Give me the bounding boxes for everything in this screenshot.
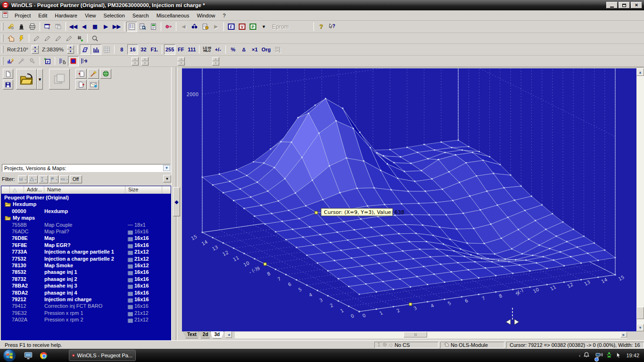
list-item-folder[interactable]: Hexdump (1, 201, 171, 208)
filter-bars-button[interactable]: ▾ (18, 175, 27, 183)
width-float-button[interactable]: F1. (149, 44, 160, 55)
width-8-button[interactable]: 8 (116, 44, 127, 55)
width-32-button[interactable]: 32 (138, 44, 149, 55)
context-help-button[interactable]: ? (327, 22, 338, 32)
menu-selection[interactable]: Selection (100, 11, 129, 20)
tab-text[interactable]: Text (183, 331, 201, 338)
map-wand-button[interactable] (88, 69, 99, 79)
filter-dropdown-button[interactable]: ▼ (163, 175, 171, 182)
save-button[interactable] (3, 80, 13, 90)
scroll-up-button[interactable]: ▲ (636, 68, 644, 76)
show-values-button[interactable]: V (237, 22, 248, 32)
filter-flag-button[interactable]: ▾ (49, 175, 58, 183)
close-button[interactable]: ✕ (631, 2, 642, 8)
filter-ibeam-button[interactable]: ▾ (39, 175, 48, 183)
menu-project[interactable]: Project (11, 11, 34, 20)
spark-edit-button[interactable] (16, 33, 27, 43)
list-item-map[interactable]: 7A02APression x rpm 221x12 (1, 317, 171, 323)
list-item-map[interactable]: 7558BMap Couple—18x1 (1, 222, 171, 229)
checksum-alarm-button[interactable] (200, 22, 211, 32)
column-addr[interactable]: Addr... (24, 186, 44, 194)
column-blank[interactable] (1, 186, 10, 194)
menu-search[interactable]: Search (129, 11, 153, 20)
list-item-map[interactable]: 77532Injection a charge partielle 221x12 (1, 256, 171, 263)
minimize-button[interactable] (606, 2, 618, 8)
scroll-down-button[interactable]: ▼ (636, 324, 644, 331)
chrome-icon[interactable] (38, 350, 49, 361)
tray-expand-icon[interactable]: ‹ (579, 353, 581, 358)
horizontal-scrollbar[interactable]: ► (235, 332, 627, 338)
pen-nw-button[interactable] (42, 33, 53, 43)
axis-spinner-3[interactable]: ▲▼ (178, 57, 185, 66)
menu-[interactable]: ? (219, 11, 230, 20)
project-keys-button[interactable] (5, 22, 16, 32)
column-name[interactable]: Name (44, 186, 125, 194)
display-hex-button[interactable]: FF (175, 44, 186, 55)
list-item-map[interactable]: 78DA2phasage inj 416x16 (1, 290, 171, 296)
nav-prev-button[interactable]: ◀ (79, 22, 90, 32)
scroll-right-button[interactable]: ► (620, 332, 627, 337)
list-item-map[interactable]: 79412Correction inj FCT BARO16x16 (1, 303, 171, 310)
pen-x-button[interactable] (53, 33, 64, 43)
remote-desktop-icon[interactable] (23, 350, 34, 361)
connect-button[interactable] (163, 22, 174, 32)
list-item-map[interactable]: 76ADCMap Prail?16x16 (1, 229, 171, 235)
eprom-combo[interactable]: Eprom (272, 24, 309, 30)
list-item-map[interactable]: 78BA2phasahe inj 316x16 (1, 283, 171, 289)
toolbar-grip[interactable] (2, 46, 3, 54)
list-item-map[interactable]: 78130Map Smoke16x12 (1, 263, 171, 269)
version-next-button[interactable]: ▶ (211, 22, 222, 32)
tab-3d[interactable]: 3d (210, 331, 224, 338)
list-item-map[interactable]: 7733AInjection a charge partielle 121x12 (1, 249, 171, 255)
vertical-scrollbar[interactable]: ▲ ▼ (636, 68, 644, 331)
overview-grid-button[interactable]: ▦ (90, 22, 100, 32)
show-factors-button[interactable]: F (226, 22, 237, 32)
menu-miscellaneous[interactable]: Miscellaneous (153, 11, 193, 20)
toolbar-grip[interactable] (2, 34, 3, 41)
map-3d-canvas[interactable]: 0123456789101112131415012345678910111213… (182, 68, 636, 331)
list-item-map[interactable]: 78732phasage inj 216x16 (1, 276, 171, 283)
mail-button[interactable] (88, 80, 99, 90)
web-globe-button[interactable] (100, 69, 111, 79)
start-button[interactable] (0, 349, 19, 362)
display-bin-button[interactable]: 111 (186, 44, 197, 55)
hash-range-button[interactable] (74, 33, 85, 43)
menu-view[interactable]: View (81, 11, 100, 20)
toolbar-grip[interactable] (2, 57, 3, 65)
notification-bell-icon[interactable] (583, 352, 590, 359)
column-size[interactable]: Size (125, 186, 162, 194)
pen-equal-button[interactable] (31, 33, 42, 43)
list-item-folder[interactable]: My maps (1, 215, 171, 222)
maximize-button[interactable] (619, 2, 630, 8)
view-3d-button[interactable] (80, 44, 91, 55)
agent-green-icon[interactable] (606, 352, 612, 359)
projects-combo[interactable]: Projects, Versions & Maps: ▼ (2, 164, 171, 172)
horizontal-scroll-thumb[interactable] (404, 332, 427, 337)
menu-edit[interactable]: Edit (34, 11, 51, 20)
list-item-project[interactable]: Peugeot Partner (Original) (1, 195, 171, 201)
pen-se-button[interactable] (64, 33, 74, 43)
map-wizard-button[interactable] (5, 56, 16, 66)
show-params-button[interactable]: P (248, 22, 258, 32)
vertical-scroll-thumb[interactable] (636, 307, 644, 319)
list-expand-button[interactable] (57, 56, 68, 66)
original-button[interactable]: Org (260, 44, 272, 55)
list-item-map[interactable]: 76D8EMap16x16 (1, 235, 171, 242)
list-item-map[interactable]: 76F8EMap EGR?16x16 (1, 242, 171, 249)
tab-scroll-left-button[interactable]: ◄ (225, 331, 232, 338)
menu-hardware[interactable]: Hardware (51, 11, 81, 20)
folder-f-button[interactable]: F (42, 56, 53, 66)
list-next-button[interactable] (79, 56, 90, 66)
search-binoculars-button[interactable] (189, 22, 200, 32)
find-button[interactable] (90, 33, 100, 43)
import-window-button[interactable] (53, 22, 64, 32)
axis-spinner-4[interactable]: ▲▼ (212, 57, 219, 66)
panel-splitter[interactable]: ◆ (171, 67, 182, 340)
zoom-spinner[interactable]: ▲▼ (67, 45, 74, 54)
display-dec-button[interactable]: 255 (164, 44, 175, 55)
open-project-button[interactable] (16, 69, 37, 90)
axis-spinner-2[interactable]: ▲▼ (141, 57, 149, 66)
version-prev-button[interactable]: ◀ (178, 22, 189, 32)
delta-button[interactable]: ∆ (239, 44, 249, 55)
preview-button[interactable] (137, 22, 148, 32)
